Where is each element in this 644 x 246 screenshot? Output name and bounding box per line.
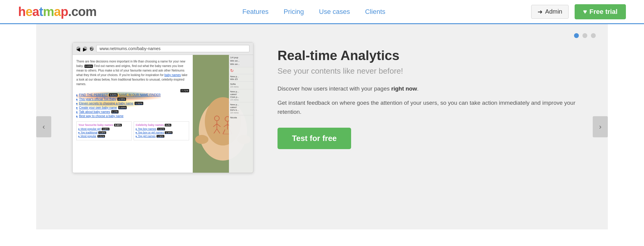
sidebar-item-1: 1/4 pupWin an...Win an...: [229, 55, 253, 67]
admin-label: Admin: [545, 8, 562, 15]
item1-badge: 9.64%: [109, 93, 118, 97]
badge-771: 7.71%: [180, 89, 189, 92]
br-badge-2: 2.34%: [165, 131, 173, 134]
logo-letter-e: e: [26, 5, 32, 19]
carousel-dot-1[interactable]: [574, 33, 579, 38]
carousel-dots: [574, 33, 596, 38]
main-nav: Features Pricing Use cases Clients: [243, 8, 385, 16]
heatmap-item-3[interactable]: ▸ Eleven secrets to choosing a baby name…: [76, 102, 189, 105]
bl-item-2[interactable]: ▸ Top traditional 6.34%: [78, 131, 130, 134]
br-badge-3: 1.38%: [157, 135, 164, 138]
logo-letter-t: t: [39, 5, 43, 19]
free-trial-label: Free trial: [589, 8, 617, 16]
browser-forward-btn[interactable]: ▶: [83, 46, 87, 51]
nav-usecases[interactable]: Use cases: [319, 8, 350, 16]
heatmap-item-2[interactable]: ▸ This year's official Top Baby 4.55%: [76, 97, 189, 101]
desc1-end: .: [417, 85, 418, 92]
item2-badge: 4.55%: [117, 97, 126, 101]
nav-actions: ➜ Admin ♥ Free trial: [531, 4, 626, 19]
nav-pricing[interactable]: Pricing: [284, 8, 304, 16]
br-item-3[interactable]: ▸ Top girl names 1.38%: [136, 135, 187, 138]
item3-badge: 1.52%: [135, 102, 143, 105]
panel-heading: Real-time Analytics: [278, 48, 596, 63]
heatmap-item-1[interactable]: ▸ FIND THE PERFECT 9.64% NAME IN OUR NAM…: [76, 93, 189, 97]
bl-badge-3: 5.51%: [97, 135, 105, 138]
nav-features[interactable]: Features: [243, 8, 269, 16]
browser-window: ◀ ▶ ↻ www.netmums.com/baby-names There a…: [72, 42, 253, 173]
carousel-dot-2[interactable]: [582, 33, 587, 38]
logo-letter-p: p: [61, 5, 68, 19]
sidebar-item-5: New p...cakes'Dd's b...16 mins: [229, 102, 253, 115]
heatmap-item-4[interactable]: ▸ Create your own baby name 0.69%: [76, 106, 189, 109]
svg-point-16: [195, 135, 208, 144]
carousel-dot-3[interactable]: [591, 33, 596, 38]
browser-back-btn[interactable]: ◀: [76, 46, 81, 51]
browser-toolbar: ◀ ▶ ↻ www.netmums.com/baby-names: [73, 43, 253, 55]
sidebar-item-3: Sofia15 mins: [229, 82, 253, 89]
free-trial-button[interactable]: ♥ Free trial: [575, 4, 626, 19]
browser-url-bar[interactable]: www.netmums.com/baby-names: [96, 45, 249, 52]
sidebar-item-6: Nicola: [229, 115, 253, 120]
carousel-next-button[interactable]: ›: [593, 116, 608, 137]
item1-text: FIND THE PERFECT: [79, 93, 108, 97]
item5-badge: 1.1%: [111, 110, 119, 113]
br-item-2[interactable]: ▸ Top boy or girl names 2.34%: [136, 131, 187, 134]
logo-letter-m: m: [43, 5, 54, 19]
badge-069: 0.69%: [84, 65, 93, 68]
chevron-right-icon: ›: [599, 123, 601, 131]
bottom-left-header-badge: 6.89%: [114, 124, 122, 126]
item1-text2: NAME IN OUR NAME FINDER: [119, 93, 160, 97]
admin-button[interactable]: ➜ Admin: [531, 5, 569, 19]
admin-icon: ➜: [538, 8, 543, 15]
bl-badge-2: 6.34%: [98, 131, 106, 134]
heart-icon: ♥: [583, 8, 587, 16]
chevron-left-icon: ‹: [43, 123, 45, 131]
test-for-free-button[interactable]: Test for free: [278, 128, 351, 149]
item6-text: Best way to choose a baby name: [79, 114, 123, 118]
sidebar-item-4: New p...cakes'Club p...15 mins: [229, 89, 253, 102]
logo[interactable]: heatmap.com: [18, 5, 97, 19]
panel-subtitle: See your contents like never before!: [278, 66, 596, 76]
heatmap-item-6[interactable]: ▸ Best way to choose a baby name: [76, 114, 189, 118]
bl-item-1[interactable]: ▸ Most popular girl 3.86%: [78, 127, 130, 130]
right-panel: Real-time Analytics See your contents li…: [278, 42, 596, 155]
bottom-right-header-badge: 2.2%: [165, 124, 171, 126]
logo-com: com: [71, 5, 96, 19]
logo-letter-a2: a: [54, 5, 61, 19]
br-item-1[interactable]: ▸ Top boy names 0.41%: [136, 127, 187, 130]
browser-refresh-btn[interactable]: ↻: [90, 46, 94, 51]
header: heatmap.com Features Pricing Use cases C…: [0, 0, 644, 24]
logo-dot: .: [68, 5, 71, 19]
sidebar-item-2: New p...Win £5: [229, 74, 253, 82]
screenshot-container: ◀ ▶ ↻ www.netmums.com/baby-names There a…: [72, 42, 253, 173]
bl-badge-1: 3.86%: [102, 128, 109, 130]
item2-text: This year's official Top Baby: [79, 97, 116, 101]
url-text: www.netmums.com/baby-names: [100, 46, 160, 51]
baby-names-link[interactable]: baby names: [164, 73, 181, 77]
desc1-start: Discover how users interact with your pa…: [278, 85, 391, 92]
carousel-prev-button[interactable]: ‹: [36, 116, 51, 137]
bl-item-3[interactable]: ▸ Most popular 5.51%: [78, 135, 130, 138]
item4-text: Create your own baby name: [79, 106, 117, 109]
bottom-right-title: Celebrity baby names: [136, 123, 164, 126]
main-content: ‹ ◀ ▶ ↻ www.netmums.com/baby-names: [36, 24, 608, 229]
item4-badge: 0.69%: [118, 106, 127, 109]
panel-desc2: Get instant feedback on where goes the a…: [278, 98, 596, 117]
logo-letter-a1: a: [32, 5, 39, 19]
logo-letter-h: h: [18, 5, 26, 19]
item5-text: Talk about baby names: [79, 110, 110, 113]
bottom-left-title: Your favourite baby names: [78, 123, 113, 126]
desc1-bold: right now: [391, 85, 417, 92]
sidebar-refresh-icon: ↻: [229, 67, 253, 74]
panel-desc1: Discover how users interact with your pa…: [278, 84, 596, 93]
heatmap-item-5[interactable]: ▸ Talk about baby names 1.1%: [76, 110, 189, 113]
item3-text: Eleven secrets to choosing a baby name: [79, 102, 133, 105]
br-badge-1: 0.41%: [157, 128, 165, 130]
nav-clients[interactable]: Clients: [365, 8, 385, 16]
